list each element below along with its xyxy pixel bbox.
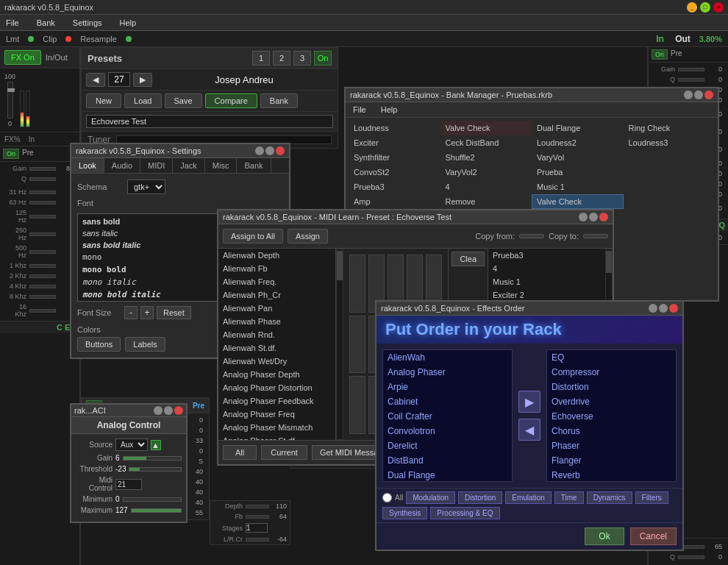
effects-item-compressor[interactable]: Compressor: [547, 365, 676, 380]
eq-4khz-slider[interactable]: [29, 285, 56, 288]
page-1-btn[interactable]: 1: [252, 51, 270, 65]
eq-1khz-slider[interactable]: [29, 264, 56, 268]
next-preset-btn[interactable]: ▶: [133, 73, 152, 87]
bm-maximize[interactable]: [694, 90, 703, 99]
bank-item[interactable]: Synthfilter: [349, 150, 440, 165]
bank-item[interactable]: Music 1: [532, 180, 624, 194]
menu-file[interactable]: File: [3, 17, 22, 29]
q-damp-slider[interactable]: [678, 555, 704, 559]
tab-midi[interactable]: MIDI: [140, 158, 173, 173]
midi-list-item[interactable]: Analog Phaser Mismatch: [218, 421, 335, 434]
tab-jack[interactable]: Jack: [173, 158, 205, 173]
time-btn[interactable]: Time: [554, 491, 584, 504]
bank-item[interactable]: Dual Flange: [532, 121, 624, 135]
copy-item-prueba3[interactable]: Prueba3: [488, 249, 605, 262]
midi-list-item[interactable]: Alienwah Freq.: [218, 275, 335, 288]
save-button[interactable]: Save: [165, 93, 202, 108]
vol-slider-right[interactable]: [20, 90, 30, 127]
bank-item[interactable]: [624, 224, 715, 238]
rg-slider[interactable]: [678, 68, 704, 71]
midi-list-item[interactable]: Alienwah Ph_Cr: [218, 288, 335, 302]
ml-close[interactable]: [599, 213, 608, 221]
bank-item[interactable]: Shuffle2: [440, 150, 532, 165]
effects-item-overdrive[interactable]: Overdrive: [547, 394, 676, 409]
clear-btn[interactable]: Clea: [452, 252, 485, 266]
midi-list-item[interactable]: Analog Phaser Depth: [218, 368, 335, 381]
fb2-slider[interactable]: [246, 515, 269, 519]
effects-item-phaser[interactable]: Phaser: [547, 438, 676, 453]
bank-item[interactable]: Exciter: [349, 135, 440, 150]
midi-list-item[interactable]: Analog Phaser Freq: [218, 408, 335, 421]
effects-item-analog-phaser[interactable]: Analog Phaser: [383, 365, 512, 380]
menu-help[interactable]: Help: [117, 17, 140, 29]
effects-item-coil[interactable]: Coil Crafter: [383, 409, 512, 424]
effects-item-dual-flange[interactable]: Dual Flange: [383, 468, 512, 482]
tab-bank[interactable]: Bank: [237, 158, 271, 173]
bank-item[interactable]: [624, 282, 715, 297]
synthesis-btn[interactable]: Synthesis: [382, 507, 427, 519]
midi-list-item[interactable]: Alienwah Rnd.: [218, 328, 335, 341]
bm-file[interactable]: File: [350, 104, 369, 116]
bank-item[interactable]: [624, 180, 715, 194]
eq-16khz-slider[interactable]: [29, 309, 56, 313]
bank-item[interactable]: Remove: [440, 194, 532, 209]
bank-item[interactable]: Loudness: [349, 121, 440, 135]
midi-list-item[interactable]: Alienwah St.df.: [218, 341, 335, 355]
copy-from-btn[interactable]: [519, 234, 544, 238]
effects-item-cabinet[interactable]: Cabinet: [383, 394, 512, 409]
midi-control-input[interactable]: [115, 479, 142, 490]
bank-item[interactable]: [624, 165, 715, 180]
menu-settings[interactable]: Settings: [70, 17, 105, 29]
effects-item-distortion[interactable]: Distortion: [547, 380, 676, 394]
depth2-slider[interactable]: [246, 505, 269, 508]
labels-color-btn[interactable]: Labels: [125, 337, 165, 352]
effects-item-reverb[interactable]: Reverb: [547, 468, 676, 482]
effects-right-list[interactable]: EQ Compressor Distortion Overdrive Echov…: [546, 349, 677, 482]
bank-item[interactable]: VaryVol: [532, 150, 624, 165]
midi-list-item[interactable]: Analog Phaser St.df: [218, 434, 335, 440]
bank-item[interactable]: [624, 238, 715, 253]
assign-btn[interactable]: Assign: [288, 229, 328, 244]
dynamics-btn[interactable]: Dynamics: [587, 491, 632, 504]
midi-list-item[interactable]: Analog Phaser Feedback: [218, 394, 335, 408]
schema-select[interactable]: gtk+: [127, 180, 165, 194]
gain-ac-slider[interactable]: [123, 456, 182, 461]
eo-minimize[interactable]: [649, 304, 657, 313]
ac-maximize[interactable]: [164, 406, 173, 415]
midi-list-item[interactable]: Alienwah Phase: [218, 315, 335, 328]
q-slider[interactable]: [29, 177, 56, 181]
midi-list-item[interactable]: Alienwah Fb: [218, 262, 335, 275]
midi-all-btn[interactable]: All: [223, 445, 257, 460]
bank-item[interactable]: [624, 209, 715, 224]
bank-item[interactable]: ConvoSt2: [349, 165, 440, 180]
gain-slider[interactable]: [29, 167, 56, 171]
threshold-slider[interactable]: [129, 467, 182, 472]
tab-misc[interactable]: Misc: [205, 158, 238, 173]
lrcr2-slider[interactable]: [246, 538, 269, 541]
effects-right-arrow[interactable]: ▶: [518, 391, 540, 413]
page-3-btn[interactable]: 3: [293, 51, 311, 65]
right-on-btn[interactable]: On: [652, 49, 668, 60]
tab-audio[interactable]: Audio: [104, 158, 140, 173]
modulation-btn[interactable]: Modulation: [406, 491, 455, 504]
midi-scroll-thumb[interactable]: [337, 251, 343, 280]
eq-250hz-slider[interactable]: [29, 232, 56, 236]
bm-minimize[interactable]: [684, 90, 693, 99]
effects-cancel-btn[interactable]: Cancel: [630, 527, 677, 545]
assign-to-all-btn[interactable]: Assign to All: [223, 229, 283, 244]
all-radio[interactable]: [382, 493, 392, 502]
filters-btn[interactable]: Filters: [635, 491, 668, 504]
effects-item-eq[interactable]: EQ: [547, 350, 676, 365]
eo-close[interactable]: [669, 304, 678, 313]
bank-item[interactable]: [624, 150, 715, 165]
bank-item-valve-check[interactable]: Valve Check: [440, 121, 532, 135]
eq-500hz-slider[interactable]: [29, 250, 56, 254]
effects-item-distband[interactable]: DistBand: [383, 453, 512, 468]
tab-look[interactable]: Look: [71, 158, 104, 173]
s-maximize[interactable]: [265, 146, 274, 155]
midi-list-item[interactable]: Alienwah Pan: [218, 302, 335, 315]
page-2-btn[interactable]: 2: [273, 51, 290, 65]
bank-item[interactable]: Amp: [349, 194, 440, 209]
close-button[interactable]: ×: [713, 2, 724, 13]
minimum-slider[interactable]: [123, 497, 182, 502]
